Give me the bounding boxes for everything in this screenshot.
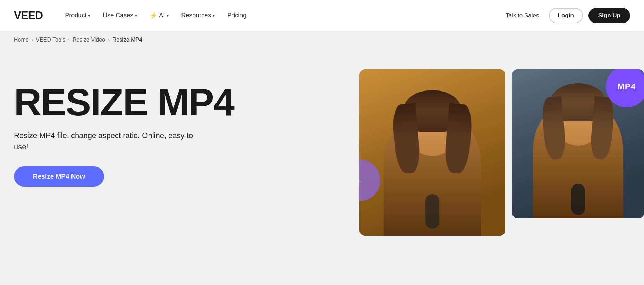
hero-image-main-inner <box>359 69 505 236</box>
breadcrumb-sep-1: › <box>32 37 33 43</box>
hero-subtitle: Resize MP4 file, change aspect ratio. On… <box>14 130 194 153</box>
hero-title: RESIZE MP4 <box>14 83 234 121</box>
nav-menu: Product ▾ Use Cases ▾ ⚡ AI ▾ Resources ▾… <box>60 9 501 22</box>
nav-item-pricing[interactable]: Pricing <box>222 9 251 22</box>
signup-button[interactable]: Sign Up <box>588 8 630 23</box>
nav-item-resources-label: Resources <box>181 12 211 19</box>
hero-content: RESIZE MP4 Resize MP4 file, change aspec… <box>14 76 234 187</box>
chevron-down-icon: ▾ <box>135 13 137 18</box>
breadcrumb-sep-2: › <box>68 37 70 43</box>
nav-item-pricing-label: Pricing <box>227 12 246 19</box>
hero-images: ← MP4 <box>359 69 644 236</box>
chevron-down-icon: ▾ <box>167 13 169 18</box>
breadcrumb-resize-video[interactable]: Resize Video <box>73 37 105 43</box>
hero-section: RESIZE MP4 Resize MP4 file, change aspec… <box>0 49 644 270</box>
breadcrumb-sep-3: › <box>108 37 110 43</box>
nav-item-product[interactable]: Product ▾ <box>60 9 95 22</box>
navbar: VEED Product ▾ Use Cases ▾ ⚡ AI ▾ Resour… <box>0 0 644 31</box>
navbar-actions: Talk to Sales Login Sign Up <box>501 8 630 23</box>
breadcrumb-home[interactable]: Home <box>14 37 29 43</box>
breadcrumb: Home › VEED Tools › Resize Video › Resiz… <box>0 31 644 49</box>
hero-cta-button[interactable]: Resize MP4 Now <box>14 166 104 187</box>
nav-item-ai[interactable]: ⚡ AI ▾ <box>145 9 173 22</box>
hero-image-secondary: MP4 <box>512 69 644 218</box>
mp4-badge-text: MP4 <box>618 82 636 92</box>
chevron-down-icon: ▾ <box>213 13 215 18</box>
lightning-icon: ⚡ <box>150 12 157 19</box>
breadcrumb-resize-mp4: Resize MP4 <box>112 37 142 43</box>
breadcrumb-veed-tools[interactable]: VEED Tools <box>36 37 65 43</box>
brand-logo[interactable]: VEED <box>14 9 43 22</box>
nav-item-product-label: Product <box>65 12 86 19</box>
chevron-down-icon: ▾ <box>88 13 90 18</box>
nav-item-resources[interactable]: Resources ▾ <box>176 9 220 22</box>
hero-image-main: ← <box>359 69 505 236</box>
nav-item-usecases[interactable]: Use Cases ▾ <box>98 9 142 22</box>
talk-to-sales-button[interactable]: Talk to Sales <box>501 9 543 22</box>
nav-item-usecases-label: Use Cases <box>103 12 133 19</box>
arrow-left-icon: ← <box>359 173 366 188</box>
nav-item-ai-label: AI <box>159 12 165 19</box>
login-button[interactable]: Login <box>549 8 583 23</box>
